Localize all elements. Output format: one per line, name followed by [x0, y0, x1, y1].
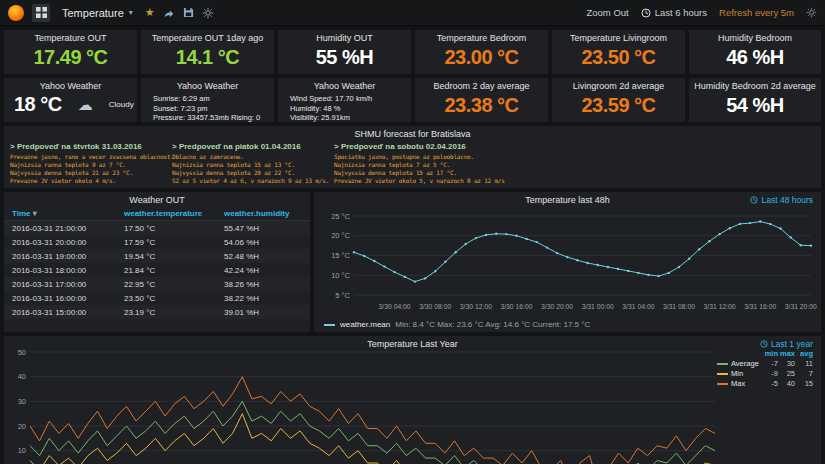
legend-header-avg[interactable]: avg	[795, 349, 813, 359]
weather-table: Time ▾ weather.temperature weather.humid…	[4, 207, 310, 319]
panel-title[interactable]: Temperature Bedroom	[415, 30, 548, 43]
zoom-out-button[interactable]: Zoom Out	[586, 7, 628, 18]
visibility-text: Visibility: 25.91km	[290, 113, 411, 122]
table-row: 2016-03-31 20:00:0017.59 °C54.06 %H	[4, 235, 310, 249]
panel-title[interactable]: Livingroom 2d average	[552, 78, 685, 91]
humidity-text: Humidity: 48 %	[290, 104, 411, 114]
singlestat-value: 46 %H	[689, 46, 821, 69]
table-row: 2016-03-31 17:00:0022.95 °C38.26 %H	[4, 277, 310, 291]
chart-legend-48h[interactable]: weather.mean Min: 8.4 °C Max: 23.6 °C Av…	[324, 320, 590, 329]
forecast-line: SZ az S vietor 4 az 6, v narazoch 9 az 1…	[172, 177, 329, 185]
forecast-line: Najnizsia ranna teplota 7 az 5 °C.	[334, 161, 505, 169]
panel-temperature-out-1day: Temperature OUT 1day ago 14.1 °C	[141, 30, 274, 74]
singlestat-value: 17.49 °C	[4, 46, 137, 69]
forecast-line: Najvyssia denna teplota 21 az 23 °C.	[10, 169, 174, 177]
panel-title[interactable]: Humidity OUT	[278, 30, 411, 43]
chevron-down-icon: ▾	[129, 8, 133, 17]
panel-title[interactable]: SHMU forecast for Bratislava	[4, 126, 821, 139]
refresh-interval-button[interactable]: Refresh every 5m	[719, 7, 794, 18]
forecast-line: Najnizsia ranna teplota 9 az 7 °C.	[10, 161, 174, 169]
series-toggle[interactable]: Min	[717, 369, 761, 379]
singlestat-value: 54 %H	[689, 94, 821, 117]
weather-condition: Cloudy	[109, 100, 134, 109]
table-row: 2016-03-31 18:00:0021.84 °C42.24 %H	[4, 263, 310, 277]
zoom-out-label: Zoom Out	[586, 7, 628, 18]
dashboard-picker-button[interactable]	[32, 4, 50, 22]
table-row: 2016-03-31 21:00:0017.50 °C55.47 %H	[4, 221, 310, 236]
cell-time: 2016-03-31 18:00:00	[4, 263, 116, 277]
column-header-humidity[interactable]: weather.humidity	[216, 207, 310, 221]
current-temp-value: 18 °C	[14, 93, 62, 116]
singlestat-value: 23.00 °C	[415, 46, 548, 69]
forecast-line: Najvyssia denna teplota 15 az 17 °C.	[334, 169, 505, 177]
legend-header-max[interactable]: max	[778, 349, 795, 359]
settings-menu-button[interactable]	[806, 7, 817, 18]
cell-temp: 19.54 °C	[116, 249, 216, 263]
share-button[interactable]	[163, 7, 175, 19]
legend-header-min[interactable]: min	[761, 349, 778, 359]
panel-title[interactable]: Weather OUT	[4, 192, 310, 205]
panel-temperature-48h: Temperature last 48h Last 48 hours 5 °C1…	[314, 192, 821, 332]
legend-row-average: Average -7 30 11	[717, 359, 813, 369]
panel-title[interactable]: Yahoo Weather	[4, 78, 137, 91]
save-button[interactable]	[183, 7, 194, 18]
cell-hum: 38.26 %H	[216, 277, 310, 291]
grafana-logo-icon[interactable]	[8, 5, 24, 21]
singlestat-value: 23.59 °C	[552, 94, 685, 117]
legend-min-value: -7	[761, 359, 778, 369]
cell-hum: 39.01 %H	[216, 305, 310, 319]
panel-title[interactable]: Humidity Bedroom 2d average	[689, 78, 821, 91]
legend-max-value: 40	[778, 379, 795, 389]
time-range-label: Last 6 hours	[655, 7, 707, 18]
legend-max-value: 30	[778, 359, 795, 369]
dashboard-title-dropdown[interactable]: Temperature ▾	[58, 7, 137, 19]
panel-title[interactable]: Temperature OUT	[4, 30, 137, 43]
sunset-text: Sunset: 7:23 pm	[153, 104, 274, 114]
column-header-time[interactable]: Time ▾	[4, 207, 116, 221]
panel-title[interactable]: Temperature Livingroom	[552, 30, 685, 43]
panel-temperature-out: Temperature OUT 17.49 °C	[4, 30, 137, 74]
time-range-picker[interactable]: Last 6 hours	[641, 7, 707, 18]
svg-text:40: 40	[18, 372, 26, 381]
series-name[interactable]: weather.mean	[340, 320, 390, 329]
panel-title[interactable]: Temperature OUT 1day ago	[141, 30, 274, 43]
svg-text:30: 30	[18, 397, 26, 406]
cell-temp: 21.84 °C	[116, 263, 216, 277]
temp-year-chart-svg[interactable]: 50403020100	[6, 350, 819, 464]
cell-time: 2016-03-31 17:00:00	[4, 277, 116, 291]
cell-hum: 55.47 %H	[216, 221, 310, 236]
forecast-day-1: > Predpoveď na štvrtok 31.03.2016 Prevaz…	[10, 142, 174, 185]
time-shortcut-link-48h[interactable]: Last 48 hours	[750, 195, 813, 205]
sort-caret-icon: ▾	[33, 209, 37, 218]
column-header-temperature[interactable]: weather.temperature	[116, 207, 216, 221]
series-toggle[interactable]: Max	[717, 379, 761, 389]
time-shortcut-link-year[interactable]: Last 1 year	[760, 339, 813, 349]
series-toggle[interactable]: Average	[717, 359, 761, 369]
panel-title[interactable]: Yahoo Weather	[278, 78, 411, 91]
cell-time: 2016-03-31 21:00:00	[4, 221, 116, 236]
star-button[interactable]: ★	[145, 6, 155, 19]
panel-yahoo-wind: Yahoo Weather Wind Speed: 17.70 km/h Hum…	[278, 78, 411, 122]
share-icon	[163, 7, 175, 19]
svg-text:3/31 08:00: 3/31 08:00	[663, 303, 695, 310]
svg-text:25 °C: 25 °C	[331, 212, 350, 221]
series-color-dash	[717, 383, 728, 385]
navbar: Temperature ▾ ★ Zoom Out Last 6 hours Re…	[0, 0, 825, 26]
dashboard-settings-button[interactable]	[202, 7, 214, 19]
panel-title[interactable]: Bedroom 2 day average	[415, 78, 548, 91]
legend-row-max: Max -5 40 15	[717, 379, 813, 389]
svg-text:10: 10	[18, 446, 26, 455]
panel-yahoo-sun: Yahoo Weather Sunrise: 6:29 am Sunset: 7…	[141, 78, 274, 122]
clock-icon	[641, 8, 651, 18]
panel-title[interactable]: Yahoo Weather	[141, 78, 274, 91]
temp-48h-chart-svg[interactable]: 5 °C10 °C15 °C20 °C25 °C3/30 04:003/30 0…	[318, 208, 817, 312]
panel-title[interactable]: Temperature Last Year	[4, 336, 821, 349]
panel-title[interactable]: Temperature last 48h	[314, 192, 821, 205]
panel-temperature-year: Temperature Last Year Last 1 year 504030…	[4, 336, 821, 464]
cell-hum: 38.22 %H	[216, 291, 310, 305]
panel-weather-out-table: Weather OUT Time ▾ weather.temperature w…	[4, 192, 310, 332]
svg-text:20: 20	[18, 422, 26, 431]
panel-title[interactable]: Humidity Bedroom	[689, 30, 821, 43]
cell-time: 2016-03-31 19:00:00	[4, 249, 116, 263]
series-color-dash	[717, 373, 728, 375]
